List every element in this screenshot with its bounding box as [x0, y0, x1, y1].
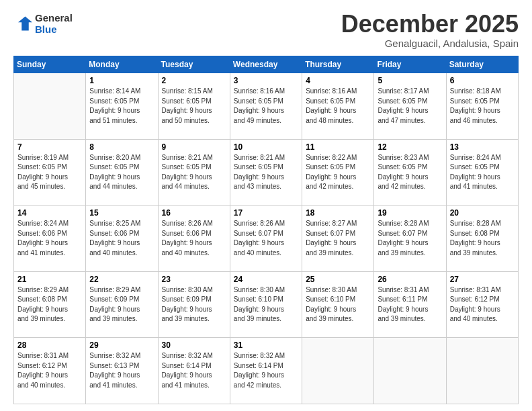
title-block: December 2025 Genalguacil, Andalusia, Sp…	[341, 12, 519, 49]
day-number: 4	[306, 76, 370, 85]
day-number: 22	[89, 275, 154, 284]
day-info: Sunrise: 8:16 AM Sunset: 6:05 PM Dayligh…	[306, 87, 370, 126]
day-number: 24	[234, 275, 298, 284]
day-info: Sunrise: 8:30 AM Sunset: 6:10 PM Dayligh…	[234, 285, 298, 324]
day-info: Sunrise: 8:27 AM Sunset: 6:07 PM Dayligh…	[306, 219, 370, 258]
week-row-4: 21Sunrise: 8:29 AM Sunset: 6:08 PM Dayli…	[14, 271, 519, 338]
calendar-table: SundayMondayTuesdayWednesdayThursdayFrid…	[13, 56, 519, 404]
calendar-cell: 23Sunrise: 8:30 AM Sunset: 6:09 PM Dayli…	[158, 271, 230, 338]
day-info: Sunrise: 8:15 AM Sunset: 6:05 PM Dayligh…	[162, 87, 226, 126]
subtitle: Genalguacil, Andalusia, Spain	[341, 38, 519, 49]
day-number: 18	[306, 208, 370, 218]
day-info: Sunrise: 8:32 AM Sunset: 6:14 PM Dayligh…	[234, 351, 298, 390]
calendar-cell: 11Sunrise: 8:22 AM Sunset: 6:05 PM Dayli…	[302, 139, 374, 205]
week-row-1: 1Sunrise: 8:14 AM Sunset: 6:05 PM Daylig…	[14, 73, 519, 140]
calendar-cell	[446, 338, 518, 404]
day-number: 7	[17, 142, 82, 152]
day-number: 13	[450, 142, 515, 152]
logo: General Blue	[13, 12, 73, 35]
day-number: 26	[378, 275, 442, 284]
day-number: 27	[450, 275, 515, 284]
calendar-cell: 19Sunrise: 8:28 AM Sunset: 6:07 PM Dayli…	[374, 205, 446, 272]
day-info: Sunrise: 8:28 AM Sunset: 6:08 PM Dayligh…	[450, 219, 515, 258]
day-number: 9	[162, 142, 226, 152]
calendar-cell: 1Sunrise: 8:14 AM Sunset: 6:05 PM Daylig…	[86, 73, 158, 140]
day-number: 2	[162, 76, 226, 85]
day-header-wednesday: Wednesday	[230, 56, 302, 73]
day-info: Sunrise: 8:31 AM Sunset: 6:12 PM Dayligh…	[450, 285, 515, 324]
logo-text: General Blue	[35, 12, 73, 35]
calendar-cell: 9Sunrise: 8:21 AM Sunset: 6:05 PM Daylig…	[158, 139, 230, 205]
calendar-cell	[374, 338, 446, 404]
day-info: Sunrise: 8:26 AM Sunset: 6:06 PM Dayligh…	[162, 219, 226, 258]
day-info: Sunrise: 8:29 AM Sunset: 6:08 PM Dayligh…	[17, 285, 82, 324]
calendar-cell: 4Sunrise: 8:16 AM Sunset: 6:05 PM Daylig…	[302, 73, 374, 140]
calendar-cell: 12Sunrise: 8:23 AM Sunset: 6:05 PM Dayli…	[374, 139, 446, 205]
day-number: 31	[234, 340, 298, 350]
day-number: 28	[17, 340, 82, 350]
calendar-cell: 6Sunrise: 8:18 AM Sunset: 6:05 PM Daylig…	[446, 73, 518, 140]
day-header-tuesday: Tuesday	[158, 56, 230, 73]
week-row-2: 7Sunrise: 8:19 AM Sunset: 6:05 PM Daylig…	[14, 139, 519, 205]
svg-marker-0	[18, 17, 32, 31]
calendar-cell: 16Sunrise: 8:26 AM Sunset: 6:06 PM Dayli…	[158, 205, 230, 272]
day-header-thursday: Thursday	[302, 56, 374, 73]
page: General Blue December 2025 Genalguacil, …	[0, 0, 532, 411]
calendar-cell: 31Sunrise: 8:32 AM Sunset: 6:14 PM Dayli…	[230, 338, 302, 404]
day-info: Sunrise: 8:24 AM Sunset: 6:05 PM Dayligh…	[450, 153, 515, 192]
day-number: 29	[89, 340, 154, 350]
day-info: Sunrise: 8:16 AM Sunset: 6:05 PM Dayligh…	[234, 87, 298, 126]
day-info: Sunrise: 8:30 AM Sunset: 6:09 PM Dayligh…	[162, 285, 226, 324]
day-info: Sunrise: 8:28 AM Sunset: 6:07 PM Dayligh…	[378, 219, 442, 258]
day-number: 16	[162, 208, 226, 218]
day-info: Sunrise: 8:18 AM Sunset: 6:05 PM Dayligh…	[450, 87, 515, 126]
day-info: Sunrise: 8:30 AM Sunset: 6:10 PM Dayligh…	[306, 285, 370, 324]
day-number: 23	[162, 275, 226, 284]
day-header-saturday: Saturday	[446, 56, 518, 73]
day-number: 1	[89, 76, 154, 85]
calendar-cell: 30Sunrise: 8:32 AM Sunset: 6:14 PM Dayli…	[158, 338, 230, 404]
calendar-cell: 14Sunrise: 8:24 AM Sunset: 6:06 PM Dayli…	[14, 205, 86, 272]
day-number: 14	[17, 208, 82, 218]
calendar-cell: 29Sunrise: 8:32 AM Sunset: 6:13 PM Dayli…	[86, 338, 158, 404]
calendar-cell: 2Sunrise: 8:15 AM Sunset: 6:05 PM Daylig…	[158, 73, 230, 140]
week-row-5: 28Sunrise: 8:31 AM Sunset: 6:12 PM Dayli…	[14, 338, 519, 404]
day-number: 12	[378, 142, 442, 152]
day-info: Sunrise: 8:25 AM Sunset: 6:06 PM Dayligh…	[89, 219, 154, 258]
calendar-cell: 8Sunrise: 8:20 AM Sunset: 6:05 PM Daylig…	[86, 139, 158, 205]
day-number: 30	[162, 340, 226, 350]
day-header-monday: Monday	[86, 56, 158, 73]
calendar-cell: 7Sunrise: 8:19 AM Sunset: 6:05 PM Daylig…	[14, 139, 86, 205]
day-number: 25	[306, 275, 370, 284]
day-header-friday: Friday	[374, 56, 446, 73]
calendar-cell: 27Sunrise: 8:31 AM Sunset: 6:12 PM Dayli…	[446, 271, 518, 338]
day-info: Sunrise: 8:17 AM Sunset: 6:05 PM Dayligh…	[378, 87, 442, 126]
day-info: Sunrise: 8:31 AM Sunset: 6:12 PM Dayligh…	[17, 351, 82, 390]
day-info: Sunrise: 8:19 AM Sunset: 6:05 PM Dayligh…	[17, 153, 82, 192]
day-number: 3	[234, 76, 298, 85]
week-row-3: 14Sunrise: 8:24 AM Sunset: 6:06 PM Dayli…	[14, 205, 519, 272]
calendar-cell: 10Sunrise: 8:21 AM Sunset: 6:05 PM Dayli…	[230, 139, 302, 205]
day-info: Sunrise: 8:32 AM Sunset: 6:14 PM Dayligh…	[162, 351, 226, 390]
calendar-cell	[14, 73, 86, 140]
day-number: 10	[234, 142, 298, 152]
header: General Blue December 2025 Genalguacil, …	[13, 12, 519, 49]
day-header-sunday: Sunday	[14, 56, 86, 73]
calendar-cell: 21Sunrise: 8:29 AM Sunset: 6:08 PM Dayli…	[14, 271, 86, 338]
calendar-cell: 20Sunrise: 8:28 AM Sunset: 6:08 PM Dayli…	[446, 205, 518, 272]
day-info: Sunrise: 8:29 AM Sunset: 6:09 PM Dayligh…	[89, 285, 154, 324]
day-info: Sunrise: 8:21 AM Sunset: 6:05 PM Dayligh…	[234, 153, 298, 192]
calendar-cell: 13Sunrise: 8:24 AM Sunset: 6:05 PM Dayli…	[446, 139, 518, 205]
day-info: Sunrise: 8:22 AM Sunset: 6:05 PM Dayligh…	[306, 153, 370, 192]
day-info: Sunrise: 8:31 AM Sunset: 6:11 PM Dayligh…	[378, 285, 442, 324]
day-number: 8	[89, 142, 154, 152]
day-info: Sunrise: 8:24 AM Sunset: 6:06 PM Dayligh…	[17, 219, 82, 258]
day-info: Sunrise: 8:14 AM Sunset: 6:05 PM Dayligh…	[89, 87, 154, 126]
day-info: Sunrise: 8:26 AM Sunset: 6:07 PM Dayligh…	[234, 219, 298, 258]
main-title: December 2025	[341, 12, 519, 36]
calendar-cell: 3Sunrise: 8:16 AM Sunset: 6:05 PM Daylig…	[230, 73, 302, 140]
calendar-cell: 17Sunrise: 8:26 AM Sunset: 6:07 PM Dayli…	[230, 205, 302, 272]
calendar-cell: 26Sunrise: 8:31 AM Sunset: 6:11 PM Dayli…	[374, 271, 446, 338]
day-number: 21	[17, 275, 82, 284]
calendar-cell: 18Sunrise: 8:27 AM Sunset: 6:07 PM Dayli…	[302, 205, 374, 272]
